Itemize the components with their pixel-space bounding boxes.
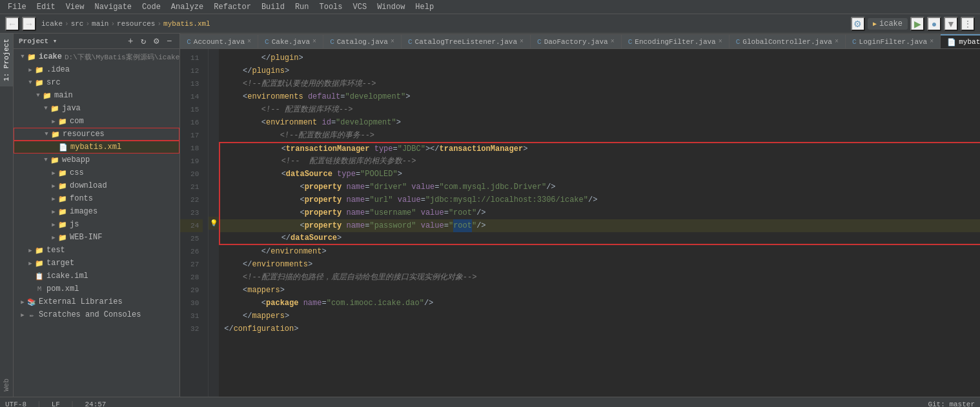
project-tree: ▼ 📁 icake D:\下载\MyBatis案例源码\icake ▶ 📁 .i… <box>14 49 179 397</box>
breadcrumb-file[interactable]: mybatis.xml <box>163 20 210 28</box>
expand-arrow: ▶ <box>26 259 34 267</box>
tree-label-test: test <box>46 246 65 255</box>
more-button[interactable]: ⋮ <box>961 17 975 31</box>
build-button[interactable]: ▼ <box>944 17 958 31</box>
menu-item-analyze[interactable]: Analyze <box>166 0 209 14</box>
tab-label: C <box>736 38 740 46</box>
tab-loginfilter[interactable]: C LoginFilter.java × <box>846 34 941 48</box>
tree-item-webapp[interactable]: ▼ 📁 webapp <box>14 154 179 166</box>
status-encoding[interactable]: UTF-8 <box>5 401 26 408</box>
line-num-21: 21 <box>180 181 203 194</box>
menu-item-code[interactable]: Code <box>137 0 166 14</box>
tab-filename: Cake.java <box>272 38 310 46</box>
gutter-15 <box>209 101 219 114</box>
tree-item-java[interactable]: ▼ 📁 java <box>14 102 179 115</box>
web-tab[interactable]: Web <box>0 373 13 397</box>
tab-catalogtreelistener[interactable]: C CatalogTreeListener.java × <box>402 34 531 48</box>
menu-item-view[interactable]: View <box>61 0 90 14</box>
settings-gear[interactable]: ⚙ <box>151 36 161 46</box>
tree-item-scratches[interactable]: ▶ ✏️ Scratches and Consoles <box>14 308 179 321</box>
close-panel-button[interactable]: − <box>164 36 174 46</box>
menu-item-window[interactable]: Window <box>372 0 410 14</box>
tab-cake[interactable]: C Cake.java × <box>258 34 323 48</box>
tree-label-main: main <box>54 91 73 100</box>
menu-item-tools[interactable]: Tools <box>314 0 348 14</box>
menu-item-refactor[interactable]: Refactor <box>209 0 256 14</box>
tab-catalog[interactable]: C Catalog.java × <box>323 34 402 48</box>
tree-item-com[interactable]: ▶ 📁 com <box>14 115 179 128</box>
status-git[interactable]: Git: master <box>928 401 975 408</box>
tree-item-src[interactable]: ▼ 📁 src <box>14 76 179 89</box>
tab-account[interactable]: C Account.java × <box>180 34 258 48</box>
breadcrumb-resources[interactable]: resources <box>117 20 155 28</box>
tree-item-fonts[interactable]: ▶ 📁 fonts <box>14 192 179 205</box>
folder-icon: 📁 <box>57 206 68 217</box>
status-bar: UTF-8 | LF | 24:57 Git: master <box>0 397 980 407</box>
run-config[interactable]: ▶ icake <box>868 18 908 30</box>
tree-item-css[interactable]: ▶ 📁 css <box>14 166 179 179</box>
tab-mybatis[interactable]: 📄 mybatis.xml × <box>941 34 980 48</box>
tree-item-download[interactable]: ▶ 📁 download <box>14 179 179 192</box>
tab-daofactory[interactable]: C DaoFactory.java × <box>531 34 622 48</box>
tree-item-mybatis-xml[interactable]: 📄 mybatis.xml <box>14 141 179 154</box>
gutter-21 <box>209 178 219 191</box>
line-num-14: 14 <box>180 90 203 103</box>
close-tab-button[interactable]: × <box>247 38 251 45</box>
sync-button[interactable]: ↻ <box>138 36 148 46</box>
tree-item-target[interactable]: ▶ 📁 target <box>14 257 179 270</box>
status-line-ending[interactable]: LF <box>52 401 60 408</box>
code-content[interactable]: </plugin> </plugins> <!--配置默认要使用的数据库环境--… <box>219 49 980 397</box>
tree-item-idea[interactable]: ▶ 📁 .idea <box>14 63 179 76</box>
line-num-13: 13 <box>180 77 203 90</box>
expand-arrow: ▶ <box>50 221 57 228</box>
close-tab-button[interactable]: × <box>391 38 394 45</box>
close-tab-button[interactable]: × <box>312 38 316 45</box>
tree-item-pom[interactable]: M pom.xml <box>14 283 179 295</box>
debug-button[interactable]: ● <box>927 17 941 31</box>
menu-item-vcs[interactable]: VCS <box>348 0 373 14</box>
close-tab-button[interactable]: × <box>611 38 615 45</box>
code-line-31: </mappers> <box>219 310 980 323</box>
breadcrumb-src[interactable]: src <box>71 20 84 28</box>
tree-item-test[interactable]: ▶ 📁 test <box>14 244 179 257</box>
gutter: 💡 <box>209 49 219 397</box>
status-cursor: 24:57 <box>85 401 106 408</box>
tab-globalcontroller[interactable]: C GlobalController.java × <box>730 34 846 48</box>
breadcrumb-project[interactable]: icake <box>41 20 63 28</box>
folder-icon: 📁 <box>57 181 68 191</box>
project-tab[interactable]: 1: Project <box>0 34 13 86</box>
breadcrumb-main[interactable]: main <box>92 20 108 28</box>
tab-label: C <box>852 38 857 46</box>
close-tab-button[interactable]: × <box>719 38 722 45</box>
settings-button[interactable]: ⚙ <box>851 17 865 31</box>
tree-item-main[interactable]: ▼ 📁 main <box>14 89 179 102</box>
close-tab-button[interactable]: × <box>520 38 524 45</box>
expand-arrow: ▶ <box>19 311 26 319</box>
tab-filename: Account.java <box>194 38 245 46</box>
run-button[interactable]: ▶ <box>910 17 924 31</box>
tree-item-resources[interactable]: ▼ 📁 resources <box>14 128 179 141</box>
java-folder-icon: 📁 <box>50 103 60 114</box>
expand-arrow: ▼ <box>42 104 50 112</box>
close-tab-button[interactable]: × <box>835 38 839 45</box>
tree-item-js[interactable]: ▶ 📁 js <box>14 218 179 231</box>
forward-button[interactable]: → <box>22 17 36 31</box>
tree-item-webinf[interactable]: ▶ 📁 WEB-INF <box>14 231 179 244</box>
menu-item-help[interactable]: Help <box>410 0 439 14</box>
line-num-11: 11 <box>180 52 203 65</box>
tree-item-iml[interactable]: 📋 icake.iml <box>14 270 179 283</box>
menu-item-file[interactable]: File <box>3 0 32 14</box>
tree-item-extlibs[interactable]: ▶ 📚 External Libraries <box>14 295 179 308</box>
menu-item-navigate[interactable]: Navigate <box>89 0 137 14</box>
tab-encodingfilter[interactable]: C EncodingFilter.java × <box>622 34 730 48</box>
tree-item-images[interactable]: ▶ 📁 images <box>14 205 179 218</box>
menu-item-build[interactable]: Build <box>256 0 290 14</box>
menu-item-edit[interactable]: Edit <box>32 0 61 14</box>
tree-label-css: css <box>70 168 84 177</box>
add-button[interactable]: + <box>125 36 136 46</box>
back-button[interactable]: ← <box>5 17 19 31</box>
menu-item-run[interactable]: Run <box>290 0 314 14</box>
project-icon: 📁 <box>26 52 37 62</box>
tree-item-icake[interactable]: ▼ 📁 icake D:\下载\MyBatis案例源码\icake <box>14 50 179 63</box>
close-tab-button[interactable]: × <box>930 38 934 45</box>
